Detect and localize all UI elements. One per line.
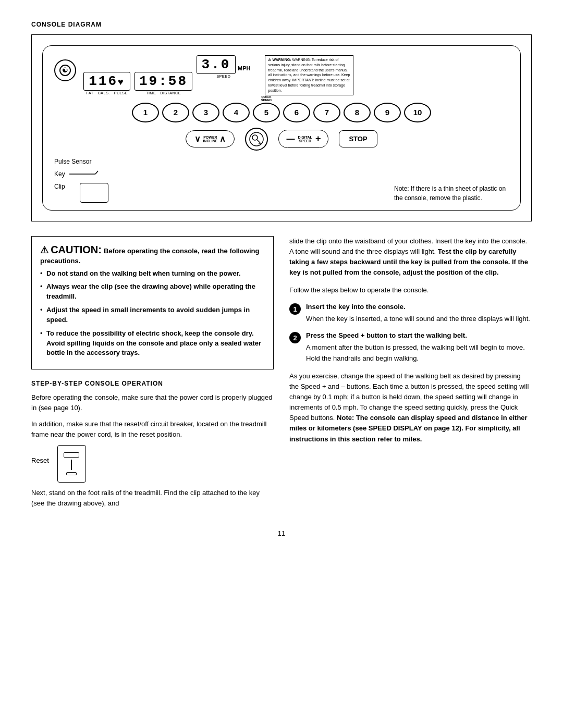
- num-btn-5[interactable]: QUICKSPEED 5: [253, 103, 280, 122]
- num-btn-4[interactable]: 4: [223, 103, 250, 122]
- digital-speed-button[interactable]: — DIGITALSPEED +: [278, 130, 328, 148]
- pulse-label: PULSE: [114, 91, 128, 95]
- caution-list: Do not stand on the walking belt when tu…: [40, 269, 265, 359]
- key-line: [69, 169, 101, 179]
- middle-display-labels: TIME DISTANCE: [146, 91, 181, 95]
- middle-display-group: 19:58 TIME DISTANCE: [134, 72, 192, 95]
- fat-label: FAT: [86, 91, 93, 95]
- warning-text: WARNING: To reduce risk of serious injur…: [268, 58, 350, 92]
- page-header: CONSOLE DIAGRAM: [31, 21, 532, 28]
- step-2-content: Press the Speed + button to start the wa…: [306, 331, 532, 363]
- note-text: Note: If there is a thin sheet of plasti…: [394, 185, 506, 202]
- num-btn-1[interactable]: 1: [132, 103, 159, 122]
- step-para-2: In addition, make sure that the reset/of…: [31, 419, 274, 440]
- key-circle: [245, 128, 268, 151]
- caution-item-1: Do not stand on the walking belt when tu…: [40, 269, 265, 279]
- number-buttons-row: 1 2 3 4 QUICKSPEED 5 6 7 8 9 10: [54, 103, 509, 122]
- num-btn-8[interactable]: 8: [344, 103, 371, 122]
- step-1-desc: When the key is inserted, a tone will so…: [306, 314, 530, 324]
- num-btn-6[interactable]: 6: [283, 103, 310, 122]
- warning-header: ⚠ WARNING:: [268, 58, 291, 61]
- clip-area: Clip: [54, 183, 108, 203]
- reset-area: Reset: [31, 445, 274, 483]
- incline-button[interactable]: ∨ POWERINCLINE ∧: [186, 130, 235, 147]
- time-label: TIME: [146, 91, 156, 95]
- left-column: ⚠ CAUTION: Before operating the console,…: [31, 236, 274, 514]
- speed-plus-icon: +: [315, 133, 321, 144]
- svg-point-3: [252, 135, 258, 140]
- middle-display-value: 19:58: [139, 73, 188, 89]
- diagram-top-row: ☯ 116♥ FAT CALS. PULSE: [54, 55, 509, 97]
- caution-item-4: To reduce the possibility of electric sh…: [40, 329, 265, 359]
- pulse-icon: ☯: [54, 59, 76, 81]
- svg-text:☯: ☯: [62, 66, 68, 74]
- svg-point-2: [250, 132, 263, 146]
- step-2-title: Press the Speed + button to start the wa…: [306, 331, 532, 339]
- num-btn-9[interactable]: 9: [374, 103, 401, 122]
- caution-icon: ⚠: [40, 245, 48, 255]
- stop-label: STOP: [349, 135, 367, 143]
- step-2-desc: A moment after the button is pressed, th…: [306, 342, 532, 363]
- speed-sub-label: SPEED: [216, 74, 230, 79]
- num-btn-7[interactable]: 7: [313, 103, 340, 122]
- key-icon: [249, 131, 264, 147]
- right-para-3: As you exercise, change the speed of the…: [289, 371, 532, 445]
- pulse-sensor-area: ☯: [54, 59, 76, 81]
- digital-speed-label: DIGITALSPEED: [298, 135, 312, 143]
- step-para-3: Next, stand on the foot rails of the tre…: [31, 488, 274, 509]
- step-1-circle: 1: [289, 303, 301, 315]
- left-display: 116♥: [83, 72, 130, 91]
- page-number: 11: [31, 529, 532, 537]
- control-buttons-row: ∨ POWERINCLINE ∧ — DIGITALSPEED +: [54, 128, 509, 151]
- num-btn-2[interactable]: 2: [162, 103, 189, 122]
- right-display: 3.0: [197, 55, 236, 74]
- step-1: 1 Insert the key into the console. When …: [289, 303, 532, 324]
- displays-center: 116♥ FAT CALS. PULSE 19:58: [83, 55, 509, 97]
- incline-label: POWERINCLINE: [203, 135, 217, 143]
- mph-label: MPH: [238, 65, 250, 71]
- displays-row: 116♥ FAT CALS. PULSE 19:58: [83, 55, 509, 95]
- console-diagram-title: CONSOLE DIAGRAM: [31, 21, 532, 28]
- caution-item-3: Adjust the speed in small increments to …: [40, 305, 265, 325]
- left-display-group: 116♥ FAT CALS. PULSE: [83, 72, 130, 95]
- key-label: Key: [54, 170, 65, 178]
- reset-box: [57, 445, 86, 483]
- cals-label: CALS.: [97, 91, 109, 95]
- svg-line-4: [257, 140, 260, 143]
- reset-label: Reset: [31, 456, 49, 464]
- stop-button[interactable]: STOP: [339, 130, 377, 147]
- distance-label: DISTANCE: [160, 91, 181, 95]
- step-section-title: STEP-BY-STEP CONSOLE OPERATION: [31, 380, 274, 387]
- middle-display: 19:58: [134, 72, 192, 91]
- right-display-group: 3.0 MPH SPEED: [197, 55, 250, 79]
- caution-title: ⚠ CAUTION: Before operating the console,…: [40, 244, 265, 265]
- step-section: STEP-BY-STEP CONSOLE OPERATION Before op…: [31, 380, 274, 509]
- step-2-circle: 2: [289, 332, 301, 343]
- right-display-area: 3.0 MPH SPEED ⚠ WARNING: WARNING: To red…: [197, 55, 353, 95]
- main-content: ⚠ CAUTION: Before operating the console,…: [31, 236, 532, 514]
- num-btn-10[interactable]: 10: [404, 103, 431, 122]
- clip-label: Clip: [54, 183, 65, 190]
- annotation-left: Pulse Sensor Key Clip: [54, 158, 108, 203]
- speed-minus-icon: —: [286, 134, 295, 144]
- pulse-sensor-label: Pulse Sensor: [54, 158, 108, 165]
- step-1-title: Insert the key into the console.: [306, 303, 530, 311]
- step-2: 2 Press the Speed + button to start the …: [289, 331, 532, 363]
- svg-line-8: [95, 171, 98, 174]
- right-para-1: slide the clip onto the waistband of you…: [289, 236, 532, 278]
- warning-box: ⚠ WARNING: WARNING: To reduce risk of se…: [265, 55, 353, 95]
- incline-up-icon: ∧: [219, 134, 226, 144]
- console-diagram-inner: ☯ 116♥ FAT CALS. PULSE: [42, 45, 521, 211]
- caution-box: ⚠ CAUTION: Before operating the console,…: [31, 236, 274, 370]
- num-btn-3[interactable]: 3: [192, 103, 219, 122]
- caution-item-2: Always wear the clip (see the drawing ab…: [40, 282, 265, 302]
- caution-word: CAUTION:: [51, 244, 102, 255]
- left-display-labels: FAT CALS. PULSE: [86, 91, 127, 95]
- incline-down-icon: ∨: [194, 134, 201, 144]
- step-1-content: Insert the key into the console. When th…: [306, 303, 530, 324]
- right-display-value: 3.0: [202, 57, 231, 72]
- speed-label: SPEED: [216, 74, 230, 79]
- heart-symbol: ♥: [118, 77, 125, 88]
- console-diagram-box: ☯ 116♥ FAT CALS. PULSE: [31, 34, 532, 221]
- right-column: slide the clip onto the waistband of you…: [289, 236, 532, 514]
